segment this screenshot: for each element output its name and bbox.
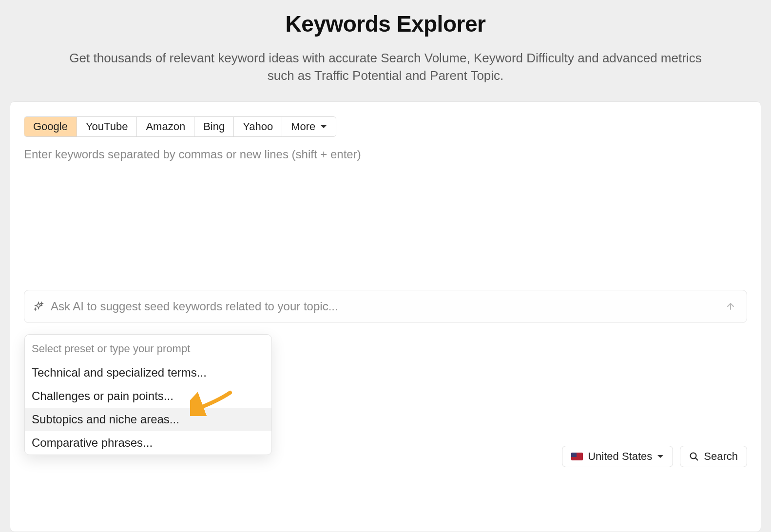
engine-tab-bing[interactable]: Bing — [194, 117, 234, 136]
country-selector[interactable]: United States — [562, 446, 673, 467]
engine-tab-more[interactable]: More — [282, 117, 336, 136]
engine-tab-label: More — [291, 120, 315, 133]
preset-item-technical[interactable]: Technical and specialized terms... — [25, 361, 271, 384]
engine-tab-google[interactable]: Google — [24, 117, 77, 136]
sparkle-icon — [33, 301, 44, 312]
submit-prompt-button[interactable] — [723, 299, 738, 314]
page-root: Keywords Explorer Get thousands of relev… — [0, 0, 771, 532]
preset-item-challenges[interactable]: Challenges or pain points... — [25, 384, 271, 408]
search-button[interactable]: Search — [680, 446, 747, 467]
chevron-down-icon — [657, 454, 664, 459]
preset-item-subtopics[interactable]: Subtopics and niche areas... — [25, 408, 271, 431]
preset-item-label: Technical and specialized terms... — [32, 366, 207, 379]
preset-dropdown: Select preset or type your prompt Techni… — [24, 334, 272, 455]
page-subtitle: Get thousands of relevant keyword ideas … — [69, 50, 702, 85]
svg-point-0 — [691, 453, 696, 459]
engine-tab-label: Google — [33, 120, 68, 133]
preset-item-label: Subtopics and niche areas... — [32, 413, 179, 426]
main-card: Google YouTube Amazon Bing Yahoo More — [10, 101, 761, 532]
preset-item-label: Challenges or pain points... — [32, 389, 173, 402]
engine-tab-label: Bing — [203, 120, 225, 133]
hero: Keywords Explorer Get thousands of relev… — [0, 0, 771, 85]
ai-prompt-row — [24, 290, 747, 323]
chevron-down-icon — [320, 124, 327, 129]
search-icon — [689, 452, 699, 461]
ai-prompt-input[interactable] — [51, 300, 716, 313]
dropdown-header: Select preset or type your prompt — [25, 339, 271, 361]
engine-tab-label: Amazon — [146, 120, 185, 133]
arrow-up-icon — [726, 302, 735, 311]
engine-tab-yahoo[interactable]: Yahoo — [234, 117, 282, 136]
engine-tab-label: YouTube — [86, 120, 128, 133]
page-title: Keywords Explorer — [0, 11, 771, 37]
engine-tab-youtube[interactable]: YouTube — [77, 117, 137, 136]
preset-item-label: Comparative phrases... — [32, 436, 153, 449]
search-engine-tabs: Google YouTube Amazon Bing Yahoo More — [24, 116, 336, 137]
search-button-label: Search — [704, 450, 738, 463]
keywords-textarea[interactable] — [24, 148, 747, 284]
flag-icon — [571, 453, 583, 460]
engine-tab-amazon[interactable]: Amazon — [137, 117, 194, 136]
svg-line-1 — [695, 458, 698, 460]
controls-row: United States Search — [562, 446, 747, 467]
preset-item-comparative[interactable]: Comparative phrases... — [25, 431, 271, 455]
engine-tab-label: Yahoo — [243, 120, 273, 133]
country-label: United States — [588, 450, 652, 463]
